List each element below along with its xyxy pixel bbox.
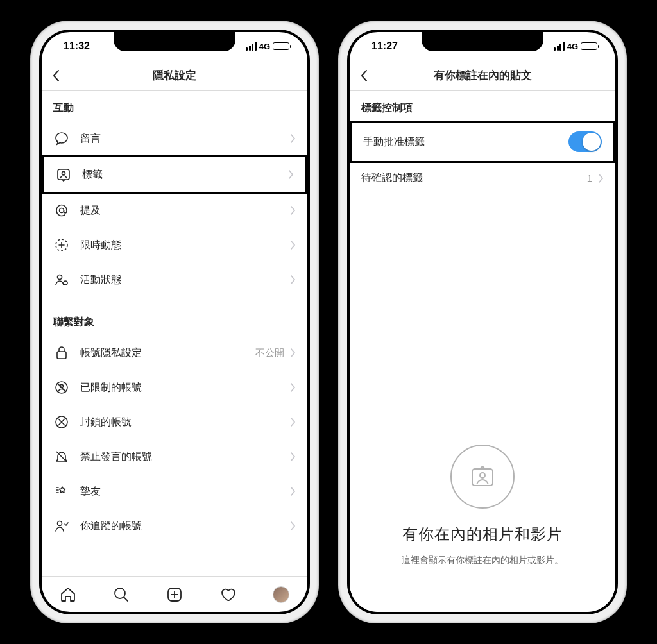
- tab-search[interactable]: [107, 580, 135, 609]
- search-icon: [113, 586, 130, 603]
- battery-icon: [581, 42, 597, 50]
- row-blocked[interactable]: 封鎖的帳號: [42, 405, 307, 439]
- row-pending-tags[interactable]: 待確認的標籤 1: [350, 162, 615, 194]
- chevron-right-icon: [291, 487, 296, 496]
- tab-home[interactable]: [54, 580, 82, 609]
- chevron-right-icon: [291, 348, 296, 357]
- svg-point-4: [58, 275, 62, 280]
- following-icon: [53, 518, 70, 534]
- chevron-right-icon: [291, 241, 296, 250]
- page-title: 隱私設定: [42, 68, 307, 83]
- svg-point-14: [480, 473, 485, 478]
- empty-title: 有你在內的相片和影片: [402, 524, 563, 545]
- home-icon: [60, 586, 76, 603]
- status-time: 11:27: [371, 40, 398, 52]
- blocked-icon: [53, 414, 70, 430]
- tab-profile[interactable]: [267, 580, 295, 609]
- chevron-left-icon: [360, 69, 368, 82]
- network-label: 4G: [567, 42, 578, 51]
- section-tag-controls: 標籤控制項: [350, 91, 615, 121]
- empty-state: 有你在內的相片和影片 這裡會顯示有你標註在內的相片或影片。: [350, 445, 615, 567]
- activity-status-icon: [53, 271, 70, 288]
- battery-icon: [273, 42, 289, 50]
- row-label: 封鎖的帳號: [80, 416, 291, 429]
- row-label: 限時動態: [80, 239, 291, 252]
- svg-point-5: [64, 281, 67, 285]
- chevron-left-icon: [52, 69, 60, 82]
- svg-point-1: [62, 172, 65, 175]
- nav-header: 隱私設定: [42, 60, 307, 91]
- chevron-right-icon: [291, 206, 296, 215]
- settings-content: 互動 留言 標籤: [42, 91, 307, 576]
- row-label: 手動批准標籤: [363, 135, 568, 149]
- section-connections: 聯繫對象: [42, 305, 307, 335]
- row-label: 已限制的帳號: [80, 381, 291, 394]
- phone-right: 11:27 4G 有你標註在內的貼文 標籤控制項 手動批准標籤: [338, 21, 627, 623]
- mute-bell-icon: [53, 448, 70, 465]
- row-label: 摯友: [80, 485, 291, 498]
- heart-icon: [219, 586, 236, 603]
- chevron-right-icon: [291, 134, 296, 143]
- section-interactions: 互動: [42, 91, 307, 121]
- row-comments[interactable]: 留言: [42, 121, 307, 156]
- notch: [422, 32, 543, 51]
- lock-icon: [53, 344, 70, 361]
- avatar-icon: [273, 586, 289, 603]
- row-label: 提及: [80, 204, 291, 217]
- row-muted[interactable]: 禁止發言的帳號: [42, 439, 307, 474]
- row-label: 你追蹤的帳號: [80, 520, 291, 533]
- restricted-icon: [53, 379, 70, 396]
- at-icon: [53, 202, 70, 219]
- svg-rect-6: [57, 352, 66, 359]
- chevron-right-icon: [289, 170, 294, 179]
- row-label: 活動狀態: [80, 273, 291, 287]
- close-friends-icon: [53, 483, 70, 500]
- row-label: 帳號隱私設定: [80, 346, 255, 360]
- svg-point-2: [60, 208, 64, 213]
- row-following[interactable]: 你追蹤的帳號: [42, 509, 307, 543]
- chevron-right-icon: [291, 452, 296, 461]
- status-time: 11:32: [64, 40, 90, 52]
- row-label: 待確認的標籤: [361, 171, 587, 185]
- row-close-friends[interactable]: 摯友: [42, 474, 307, 509]
- row-restricted[interactable]: 已限制的帳號: [42, 370, 307, 405]
- chevron-right-icon: [291, 383, 296, 392]
- svg-point-10: [58, 521, 62, 526]
- row-account-privacy[interactable]: 帳號隱私設定 不公開: [42, 335, 307, 370]
- notch: [114, 32, 235, 51]
- divider: [42, 301, 307, 301]
- tab-bar: [42, 576, 307, 612]
- row-label: 留言: [80, 132, 291, 146]
- chevron-right-icon: [291, 275, 296, 284]
- story-add-icon: [53, 237, 70, 253]
- row-activity[interactable]: 活動狀態: [42, 262, 307, 297]
- network-label: 4G: [259, 42, 270, 51]
- tag-person-icon: [55, 166, 72, 183]
- nav-header: 有你標註在內的貼文: [350, 60, 615, 91]
- tab-activity[interactable]: [214, 580, 242, 609]
- back-button[interactable]: [42, 69, 70, 82]
- back-button[interactable]: [350, 69, 378, 82]
- chevron-right-icon: [291, 521, 296, 530]
- page-title: 有你標註在內的貼文: [350, 68, 615, 83]
- row-manual-approve: 手動批准標籤: [350, 121, 615, 163]
- row-value: 不公開: [255, 347, 284, 359]
- row-story[interactable]: 限時動態: [42, 228, 307, 262]
- row-label: 標籤: [82, 168, 289, 182]
- row-tags[interactable]: 標籤: [42, 155, 307, 194]
- comment-icon: [53, 130, 70, 147]
- row-mentions[interactable]: 提及: [42, 193, 307, 228]
- tab-new-post[interactable]: [160, 580, 189, 609]
- empty-tag-icon: [450, 445, 515, 509]
- signal-icon: [554, 42, 565, 51]
- row-label: 禁止發言的帳號: [80, 450, 291, 464]
- chevron-right-icon: [599, 174, 604, 183]
- pending-count: 1: [587, 173, 592, 183]
- signal-icon: [246, 42, 257, 51]
- plus-square-icon: [166, 586, 183, 603]
- manual-approve-toggle[interactable]: [568, 131, 602, 152]
- tags-content: 標籤控制項 手動批准標籤 待確認的標籤 1 有你在內的相片和影片 這裡會顯示有你…: [350, 91, 615, 612]
- empty-subtitle: 這裡會顯示有你標註在內的相片或影片。: [402, 554, 563, 567]
- phone-left: 11:32 4G 隱私設定 互動 留言: [30, 21, 319, 623]
- chevron-right-icon: [291, 418, 296, 427]
